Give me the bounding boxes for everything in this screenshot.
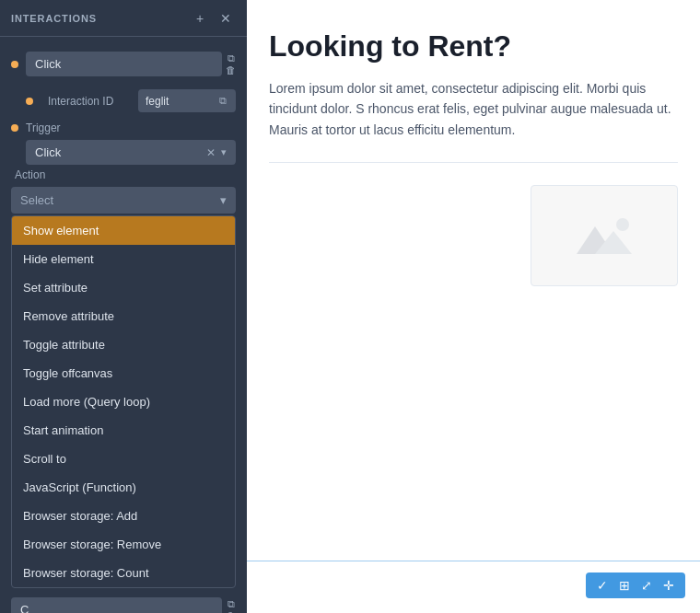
action-select-placeholder: Select: [20, 193, 53, 207]
interaction-id-value: feglit: [146, 95, 169, 108]
toolbar-check-button[interactable]: ✓: [593, 576, 612, 595]
image-placeholder: [531, 185, 678, 286]
trigger-select-box[interactable]: Click ✕ ▾: [26, 140, 236, 165]
action-item-label: Hide element: [23, 252, 94, 266]
add-interaction-button[interactable]: +: [190, 8, 210, 29]
action-item-load-more[interactable]: Load more (Query loop): [12, 387, 235, 416]
trigger-icons: ✕ ▾: [206, 146, 227, 159]
action-item-remove-attribute[interactable]: Remove attribute: [12, 302, 235, 330]
action-item-toggle-offcanvas[interactable]: Toggle offcanvas: [12, 359, 235, 387]
action-item-label: Set attribute: [23, 281, 88, 295]
trigger-label-row: Trigger: [0, 116, 247, 136]
toolbar-expand-button[interactable]: ⤢: [637, 576, 656, 595]
action-select-box[interactable]: Select ▾: [11, 187, 236, 214]
bottom-copy-button[interactable]: ⧉: [226, 599, 236, 609]
main-content-area: Looking to Rent? Lorem ipsum dolor sit a…: [247, 0, 700, 613]
close-sidebar-button[interactable]: ✕: [216, 8, 236, 29]
action-chevron-icon: ▾: [220, 193, 227, 207]
action-item-label: Scroll to: [23, 452, 66, 466]
interaction-dot: [11, 61, 18, 68]
action-item-label: Start animation: [23, 423, 103, 437]
interaction-item: Click ⧉ 🗑: [0, 46, 247, 82]
trigger-section: Click ✕ ▾: [0, 136, 247, 168]
action-item-show-element[interactable]: Show element: [12, 216, 235, 245]
trigger-section-label: Trigger: [26, 121, 61, 134]
bottom-interaction-label: C: [20, 603, 29, 613]
page-title: Looking to Rent?: [269, 29, 678, 64]
trigger-chevron-icon: ▾: [221, 146, 227, 158]
interaction-id-value-box[interactable]: feglit ⧉: [138, 89, 236, 112]
top-divider: [269, 162, 678, 163]
bottom-blue-divider: [247, 561, 700, 561]
item-actions: ⧉ 🗑: [226, 53, 236, 75]
action-item-label: Toggle offcanvas: [23, 366, 112, 380]
main-inner: Looking to Rent? Lorem ipsum dolor sit a…: [247, 0, 700, 316]
interaction-label-box[interactable]: Click: [26, 52, 222, 76]
interaction-label: Click: [35, 57, 61, 71]
interaction-id-row: Interaction ID feglit ⧉: [0, 86, 247, 116]
bottom-item-actions: ⧉ 🗑: [226, 599, 236, 614]
action-section-label: Action: [0, 168, 247, 181]
svg-point-2: [616, 218, 629, 231]
action-item-label: Browser storage: Add: [23, 509, 137, 523]
placeholder-image-icon: [567, 208, 641, 263]
action-item-storage-count[interactable]: Browser storage: Count: [12, 559, 235, 587]
toolbar-grid-button[interactable]: ⊞: [615, 576, 634, 595]
toolbar-add-button[interactable]: ✛: [659, 576, 678, 595]
action-item-set-attribute[interactable]: Set attribute: [12, 273, 235, 302]
bottom-toolbar: ✓ ⊞ ⤢ ✛: [586, 573, 685, 598]
trigger-clear-icon[interactable]: ✕: [206, 146, 216, 159]
action-item-label: Browser storage: Remove: [23, 538, 161, 551]
sidebar-header: INTERACTIONS + ✕: [0, 0, 247, 37]
bottom-action-row: C ⧉ 🗑: [0, 592, 247, 613]
action-item-label: Toggle attribute: [23, 338, 105, 352]
action-item-start-animation[interactable]: Start animation: [12, 416, 235, 445]
action-item-label: Remove attribute: [23, 309, 114, 323]
action-item-label: JavaScript (Function): [23, 480, 136, 494]
action-item-toggle-attribute[interactable]: Toggle attribute: [12, 330, 235, 359]
interactions-sidebar: INTERACTIONS + ✕ Click ⧉ 🗑 Interaction I…: [0, 0, 247, 613]
action-dropdown-menu: Show element Hide element Set attribute …: [11, 215, 236, 588]
action-item-storage-remove[interactable]: Browser storage: Remove: [12, 530, 235, 559]
sidebar-content: Click ⧉ 🗑 Interaction ID feglit ⧉ Trigge…: [0, 37, 247, 613]
copy-id-button[interactable]: ⧉: [217, 93, 228, 109]
trigger-dot: [11, 124, 18, 132]
action-item-label: Show element: [23, 224, 99, 237]
page-body-text: Lorem ipsum dolor sit amet, consectetur …: [269, 78, 678, 140]
item-delete-button[interactable]: 🗑: [226, 65, 236, 75]
action-item-javascript[interactable]: JavaScript (Function): [12, 473, 235, 502]
action-item-label: Load more (Query loop): [23, 395, 150, 409]
action-item-label: Browser storage: Count: [23, 566, 149, 580]
interaction-id-label: Interaction ID: [48, 95, 131, 108]
action-item-hide-element[interactable]: Hide element: [12, 245, 235, 273]
trigger-value: Click: [35, 145, 61, 159]
bottom-interaction-box[interactable]: C: [11, 597, 222, 613]
sidebar-title: INTERACTIONS: [11, 13, 97, 24]
action-item-scroll-to[interactable]: Scroll to: [12, 445, 235, 473]
action-item-storage-add[interactable]: Browser storage: Add: [12, 502, 235, 530]
header-icons: + ✕: [190, 8, 236, 29]
id-dot: [26, 98, 33, 105]
item-copy-button[interactable]: ⧉: [226, 53, 236, 64]
